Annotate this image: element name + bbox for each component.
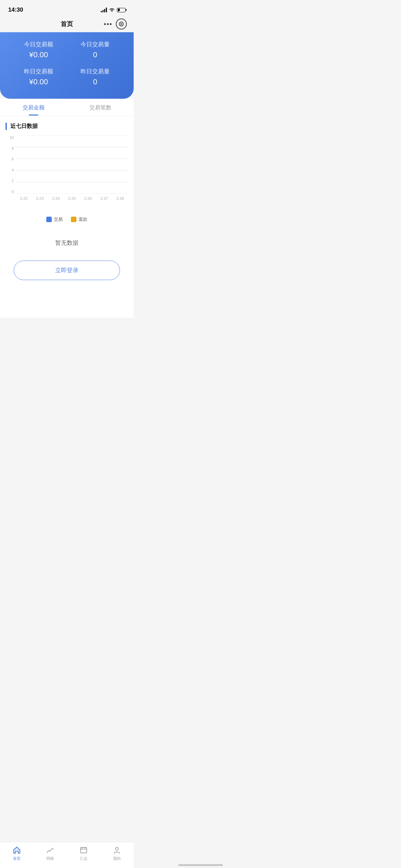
chart-tabs: 交易金额 交易笔数	[0, 99, 134, 116]
legend-transaction-color	[46, 217, 52, 222]
login-button-wrapper: 立即登录	[0, 257, 134, 290]
chart-y-labels: 0 2 4 6 8 10	[5, 135, 15, 194]
chart-x-labels: 2-22 2-23 2-24 2-25 2-26 2-27 2-28	[16, 194, 128, 203]
login-button[interactable]: 立即登录	[14, 261, 120, 280]
stat-yesterday-count-value: 0	[67, 77, 123, 86]
stat-yesterday-amount-value: ¥0.00	[10, 77, 67, 86]
stat-today-count: 今日交易量 0	[67, 40, 123, 59]
stat-yesterday-amount: 昨日交易额 ¥0.00	[10, 68, 67, 86]
legend-refund: 退款	[71, 216, 87, 222]
tab-transaction-amount[interactable]: 交易金额	[0, 104, 67, 116]
tab-transaction-count[interactable]: 交易笔数	[67, 104, 134, 116]
chart-container: 0 2 4 6 8 10 2-22 2-23 2-24	[5, 135, 128, 204]
status-icons: 27	[101, 8, 125, 12]
stat-today-amount-label: 今日交易额	[10, 40, 67, 48]
main-content: 交易金额 交易笔数 近七日数据 0 2 4 6 8 10	[0, 99, 134, 318]
legend-transaction-label: 交易	[54, 216, 63, 222]
chart-section: 近七日数据 0 2 4 6 8 10	[0, 116, 134, 229]
stat-yesterday-count: 昨日交易量 0	[67, 68, 123, 86]
x-label-0: 2-22	[16, 196, 32, 201]
legend-transaction: 交易	[46, 216, 63, 222]
stat-yesterday-amount-label: 昨日交易额	[10, 68, 67, 75]
page-title: 首页	[61, 20, 73, 28]
y-label-6: 6	[5, 157, 15, 161]
signal-icon	[101, 8, 107, 12]
legend-refund-label: 退款	[78, 216, 87, 222]
wifi-icon	[109, 8, 115, 12]
y-label-8: 8	[5, 146, 15, 150]
chart-svg	[16, 135, 128, 194]
x-label-2: 2-24	[48, 196, 64, 201]
x-label-6: 2-28	[112, 196, 128, 201]
x-label-3: 2-25	[64, 196, 80, 201]
svg-point-1	[121, 23, 122, 25]
chart-legend: 交易 退款	[5, 216, 128, 222]
stats-grid: 今日交易额 ¥0.00 今日交易量 0 昨日交易额 ¥0.00 昨日交易量 0	[10, 40, 123, 86]
stat-today-amount-value: ¥0.00	[10, 50, 67, 59]
nav-actions: •••	[104, 19, 127, 29]
legend-refund-color	[71, 217, 76, 222]
x-label-4: 2-26	[80, 196, 96, 201]
stat-today-count-value: 0	[67, 50, 123, 59]
status-bar: 14:30 27	[0, 0, 134, 17]
y-label-2: 2	[5, 179, 15, 183]
scan-button[interactable]	[116, 19, 127, 29]
more-options-button[interactable]: •••	[104, 21, 112, 28]
x-label-1: 2-23	[32, 196, 48, 201]
y-label-10: 10	[5, 135, 15, 140]
chart-section-title: 近七日数据	[5, 123, 128, 130]
stats-card: 今日交易额 ¥0.00 今日交易量 0 昨日交易额 ¥0.00 昨日交易量 0	[0, 32, 134, 99]
x-label-5: 2-27	[96, 196, 112, 201]
y-label-4: 4	[5, 168, 15, 172]
status-time: 14:30	[8, 7, 23, 13]
stat-today-count-label: 今日交易量	[67, 40, 123, 48]
stat-today-amount: 今日交易额 ¥0.00	[10, 40, 67, 59]
battery-icon: 27	[117, 8, 125, 12]
nav-header: 首页 •••	[0, 17, 134, 32]
stat-yesterday-count-label: 昨日交易量	[67, 68, 123, 75]
svg-point-0	[119, 22, 123, 26]
empty-state: 暂无数据	[0, 229, 134, 257]
y-label-0: 0	[5, 190, 15, 194]
